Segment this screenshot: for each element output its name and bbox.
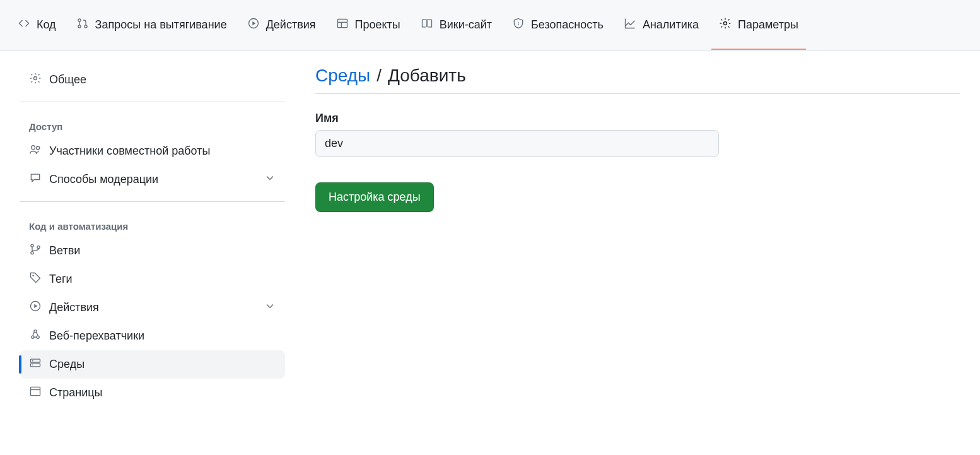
sidebar-item-general[interactable]: Общее <box>20 66 285 94</box>
tab-label: Проекты <box>355 18 400 32</box>
branch-icon <box>29 243 42 259</box>
code-icon <box>18 17 30 33</box>
svg-point-13 <box>37 146 40 150</box>
sidebar-item-label: Общее <box>49 73 86 86</box>
tab-label: Действия <box>266 18 316 32</box>
sidebar-item-environments[interactable]: Среды <box>20 350 285 379</box>
browser-icon <box>29 385 42 401</box>
svg-marker-4 <box>252 21 255 26</box>
pull-request-icon <box>76 17 89 33</box>
book-icon <box>421 17 433 33</box>
tab-label: Аналитика <box>643 18 699 32</box>
chevron-down-icon <box>264 172 276 187</box>
sidebar-item-branches[interactable]: Ветви <box>20 237 285 265</box>
svg-rect-27 <box>31 387 40 395</box>
sidebar-item-pages[interactable]: Страницы <box>20 379 285 407</box>
svg-point-26 <box>32 365 33 366</box>
svg-point-15 <box>31 252 33 254</box>
people-icon <box>29 143 42 159</box>
tab-settings[interactable]: Параметры <box>711 0 806 50</box>
divider <box>20 201 285 202</box>
breadcrumb-current: Добавить <box>388 66 466 86</box>
graph-icon <box>624 17 636 33</box>
tab-actions[interactable]: Действия <box>240 0 324 50</box>
breadcrumb: Среды / Добавить <box>315 66 960 94</box>
tab-security[interactable]: Безопасность <box>505 0 611 50</box>
svg-point-8 <box>518 22 519 23</box>
svg-point-10 <box>723 22 726 25</box>
tab-label: Код <box>37 18 56 32</box>
gear-icon <box>719 17 732 33</box>
sidebar-item-label: Среды <box>49 358 85 371</box>
svg-point-17 <box>32 275 34 276</box>
sidebar-item-label: Способы модерации <box>49 173 158 186</box>
tab-label: Параметры <box>738 18 798 32</box>
configure-environment-button[interactable]: Настройка среды <box>315 182 434 212</box>
webhook-icon <box>29 328 42 344</box>
shield-icon <box>512 17 525 33</box>
tab-wiki[interactable]: Вики-сайт <box>413 0 499 50</box>
sidebar-item-label: Теги <box>49 273 73 286</box>
svg-point-20 <box>32 336 34 338</box>
sidebar-item-collaborators[interactable]: Участники совместной работы <box>20 137 285 165</box>
svg-rect-24 <box>31 363 40 367</box>
sidebar-item-actions[interactable]: Действия <box>20 293 285 322</box>
comment-icon <box>29 172 42 187</box>
svg-rect-5 <box>337 19 347 27</box>
tab-label: Запросы на вытягивание <box>95 18 227 32</box>
sidebar-item-label: Ветви <box>49 244 80 257</box>
tab-label: Безопасность <box>531 18 604 32</box>
sidebar-item-label: Действия <box>49 301 99 314</box>
chevron-down-icon <box>264 300 276 316</box>
tag-icon <box>29 271 42 287</box>
sidebar-item-label: Веб-перехватчики <box>49 329 144 343</box>
sidebar-item-moderation[interactable]: Способы модерации <box>20 165 285 194</box>
tab-insights[interactable]: Аналитика <box>616 0 706 50</box>
name-label: Имя <box>315 112 960 125</box>
svg-point-21 <box>37 336 39 338</box>
svg-point-12 <box>32 146 35 150</box>
tab-label: Вики-сайт <box>440 18 492 32</box>
divider <box>20 102 285 102</box>
server-icon <box>29 357 42 372</box>
svg-point-11 <box>34 77 37 80</box>
svg-point-2 <box>85 25 87 28</box>
svg-point-16 <box>37 246 40 249</box>
svg-point-0 <box>78 19 81 21</box>
sidebar-item-label: Страницы <box>49 386 103 399</box>
breadcrumb-link-environments[interactable]: Среды <box>315 66 370 86</box>
sidebar-item-label: Участники совместной работы <box>49 145 210 158</box>
svg-point-1 <box>78 25 81 28</box>
main-content: Среды / Добавить Имя Настройка среды <box>315 66 960 407</box>
tab-projects[interactable]: Проекты <box>329 0 408 50</box>
settings-sidebar: Общее Доступ Участники совместной работы… <box>20 66 285 407</box>
environment-name-input[interactable] <box>315 130 719 157</box>
svg-marker-19 <box>34 304 37 309</box>
play-icon <box>247 17 260 33</box>
tab-code[interactable]: Код <box>10 0 64 50</box>
table-icon <box>336 17 349 33</box>
breadcrumb-separator: / <box>376 66 382 86</box>
top-nav: Код Запросы на вытягивание Действия Прое… <box>0 0 980 50</box>
sidebar-item-webhooks[interactable]: Веб-перехватчики <box>20 322 285 350</box>
tab-pull-requests[interactable]: Запросы на вытягивание <box>69 0 235 50</box>
svg-point-25 <box>32 360 33 362</box>
play-icon <box>29 300 42 316</box>
sidebar-item-tags[interactable]: Теги <box>20 265 285 293</box>
sidebar-heading-code: Код и автоматизация <box>20 210 285 237</box>
svg-rect-23 <box>31 359 40 362</box>
sidebar-heading-access: Доступ <box>20 110 285 137</box>
gear-icon <box>29 72 42 88</box>
svg-point-14 <box>31 244 33 247</box>
